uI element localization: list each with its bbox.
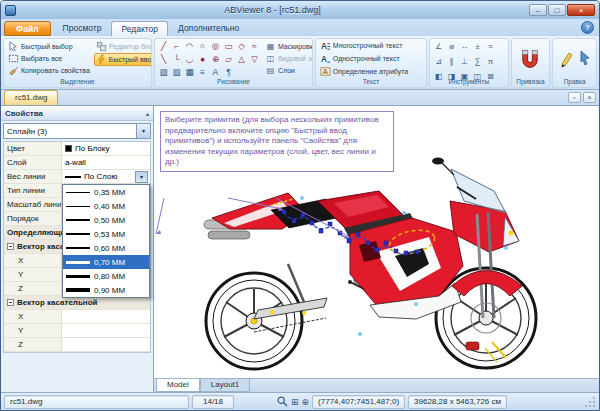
lineweight-line-sample	[66, 247, 90, 249]
lineweight-line-sample	[66, 275, 90, 278]
dashed-rectangle-icon	[8, 53, 19, 64]
drawing-canvas[interactable]: Выберите примитив (для выбора нескольких…	[154, 106, 599, 378]
close-button[interactable]: ×	[567, 4, 595, 16]
layout-tab[interactable]: Layout1	[200, 379, 250, 392]
menubar: Файл ПросмотрРедакторДополнительно ?	[1, 19, 599, 36]
lineweight-option[interactable]: 0,60 ММ	[63, 241, 149, 255]
document-tab[interactable]: rc51.dwg	[4, 90, 58, 105]
layers-icon: ▤	[265, 65, 276, 76]
tool-icon[interactable]: ↔	[458, 40, 471, 53]
zoom-extents-icon[interactable]: ⊞	[291, 395, 299, 409]
drawing-tool-icon[interactable]: △	[235, 53, 248, 66]
maximize-button[interactable]: □	[548, 4, 566, 16]
lineweight-line-sample	[66, 233, 90, 235]
rear-wheel[interactable]	[206, 273, 302, 369]
zoom-in-icon[interactable]: ⊕	[302, 395, 310, 409]
attribute-definition-button[interactable]: A Определение атрибута	[318, 66, 424, 77]
group-label-text: Текст	[318, 77, 424, 87]
property-grid: Цвет По Блоку Слой a-wall Вес линии По С…	[3, 141, 151, 353]
lineweight-option[interactable]: 0,80 ММ	[63, 269, 149, 283]
property-row-layer[interactable]: Слой a-wall	[4, 156, 150, 170]
drawing-tool-icon[interactable]: ⊕	[209, 53, 222, 66]
ribbon-tab[interactable]: Редактор	[111, 21, 168, 36]
drawing-tool-icon[interactable]: ▽	[248, 53, 261, 66]
selection-combobox[interactable]: Сплайн (3) ▾	[3, 123, 151, 139]
property-row-z2[interactable]: Z	[4, 338, 150, 352]
tool-icon[interactable]: ∠	[432, 40, 445, 53]
copy-properties-button[interactable]: Копировать свойства	[6, 65, 92, 77]
drawing-tool-icon[interactable]: ◎	[209, 40, 222, 53]
doc-restore-icon[interactable]: ▫	[568, 92, 581, 103]
file-menu-button[interactable]: Файл	[4, 21, 51, 36]
resize-grip[interactable]	[584, 396, 596, 408]
lineweight-option[interactable]: 0,40 ММ	[63, 199, 149, 213]
edit-pencil-icon[interactable]	[558, 49, 576, 69]
group-label-snap: Привязка	[514, 77, 548, 87]
lineweight-option[interactable]: 0,70 ММ	[63, 255, 149, 269]
multiline-text-button[interactable]: A Многострочный текст	[318, 40, 424, 51]
app-icon	[5, 5, 16, 16]
dropdown-arrow-icon[interactable]: ▾	[135, 171, 148, 183]
lineweight-line-sample	[66, 192, 90, 193]
layers-button[interactable]: ▤ Слои	[263, 65, 313, 77]
collapse-box-icon[interactable]	[7, 243, 14, 250]
doc-close-icon[interactable]: ×	[583, 92, 596, 103]
help-icon[interactable]: ?	[581, 21, 594, 34]
collapse-box-icon[interactable]	[7, 299, 14, 306]
group-label-tools: Инструменты	[432, 77, 505, 87]
layout-tabs: ModelLayout1	[154, 378, 599, 392]
tool-icon[interactable]: ±	[471, 40, 484, 53]
tool-icon[interactable]: ≈	[484, 40, 497, 53]
quick-input-button[interactable]: Быстрый ввод	[94, 53, 152, 66]
property-row-x2[interactable]: X	[4, 310, 150, 324]
collapse-panel-icon[interactable]: ▴	[146, 110, 149, 117]
tool-icon[interactable]: π	[484, 55, 497, 68]
drawing-tool-icon[interactable]: ○	[196, 40, 209, 53]
singleline-text-button[interactable]: A Однострочный текст	[318, 53, 424, 64]
ribbon-tab[interactable]: Дополнительно	[169, 21, 248, 36]
select-all-button[interactable]: Выбрать все	[6, 52, 92, 64]
lineweight-line-sample	[66, 288, 90, 292]
drawing-tool-icon[interactable]: ▭	[222, 40, 235, 53]
drawing-tool-icon[interactable]: ╱	[157, 40, 170, 53]
drawing-tool-icon[interactable]: ●	[196, 53, 209, 66]
ribbon-tab[interactable]: Просмотр	[54, 21, 111, 36]
combo-arrow-icon[interactable]: ▾	[136, 124, 150, 138]
property-row-y2[interactable]: Y	[4, 324, 150, 338]
tool-icon[interactable]: ⊥	[458, 55, 471, 68]
property-section-tangent-vector-2[interactable]: Вектор касательной	[4, 296, 150, 310]
lineweight-option[interactable]: 0,35 ММ	[63, 185, 149, 199]
property-row-color[interactable]: Цвет По Блоку	[4, 142, 150, 156]
quick-select-button[interactable]: Быстрый выбор	[6, 40, 92, 52]
lineweight-option[interactable]: 0,50 ММ	[63, 213, 149, 227]
drawing-tool-icon[interactable]: └	[170, 53, 183, 66]
tool-icon[interactable]: ⊿	[432, 55, 445, 68]
drawing-tool-icon[interactable]: ≈	[248, 40, 261, 53]
edit-cursor-icon[interactable]	[578, 49, 592, 69]
lineweight-dropdown: 0,35 ММ0,40 ММ0,50 ММ0,53 ММ0,60 ММ0,70 …	[62, 184, 150, 298]
titlebar[interactable]: ABViewer 8 - [rc51.dwg] – □ ×	[1, 1, 599, 19]
drawing-tool-icon[interactable]: ◇	[235, 40, 248, 53]
tool-icon[interactable]: ∥	[445, 55, 458, 68]
snap-magnet-icon[interactable]	[518, 47, 542, 71]
drawing-tool-icon[interactable]: ◡	[183, 53, 196, 66]
block-editor-button[interactable]: Редактор блоков	[94, 40, 152, 53]
drawing-tool-icon[interactable]: ◠	[183, 40, 196, 53]
tool-icon[interactable]: ⌀	[445, 40, 458, 53]
lineweight-option[interactable]: 0,53 ММ	[63, 227, 149, 241]
viewport-button[interactable]: ◫ Видовой экран	[263, 52, 313, 64]
masking-button[interactable]: ▦ Маскировка ▾	[263, 40, 313, 52]
brush-icon	[8, 65, 19, 76]
drawing-tool-icon[interactable]: ⌐	[170, 40, 183, 53]
layout-tab[interactable]: Model	[156, 379, 200, 392]
tool-icon[interactable]: ∑	[471, 55, 484, 68]
minimize-button[interactable]: –	[529, 4, 547, 16]
attribute-icon: A	[320, 66, 331, 77]
drawing-tool-icon[interactable]: ▱	[222, 53, 235, 66]
window-title: ABViewer 8 - [rc51.dwg]	[20, 5, 525, 15]
lineweight-option[interactable]: 0,90 ММ	[63, 283, 149, 297]
drawing-tool-icon[interactable]: ╲	[157, 53, 170, 66]
status-dimensions: 39628,28 x 5463,726 см	[408, 395, 507, 409]
property-row-lineweight[interactable]: Вес линии По Слою▾	[4, 170, 150, 184]
zoom-icon[interactable]	[277, 396, 288, 407]
